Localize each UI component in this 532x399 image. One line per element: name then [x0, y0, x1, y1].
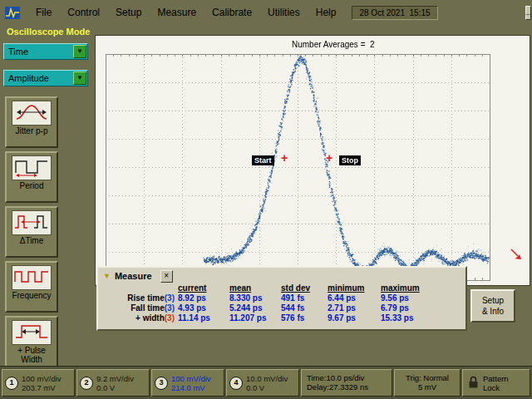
amplitude-dropdown-label: Amplitude [4, 73, 73, 83]
mode-label: Oscilloscope Mode [7, 27, 90, 37]
fall-time-current: 4.93 ps [178, 303, 229, 313]
delta-time-icon [12, 210, 52, 235]
frequency-icon [12, 265, 52, 290]
col-header-current: current [178, 283, 229, 293]
menu-bar: File Control Setup Measure Calibrate Uti… [0, 0, 532, 25]
measure-panel: ▼ Measure × current mean std dev minimum… [96, 266, 467, 331]
waveform-canvas [96, 36, 530, 285]
channel-1-button[interactable]: 1 100 mV/div 203.7 mV [2, 369, 75, 397]
averages-readout: Number Averages = 2 [292, 40, 375, 49]
channel-3-button[interactable]: 3 100 mV/div 214.0 mV [151, 369, 224, 397]
menu-measure[interactable]: Measure [157, 7, 196, 18]
row-label-pulse-width: + width(3) [100, 313, 178, 323]
width-maximum: 15.33 ps [381, 313, 434, 323]
jitter-pp-label: Jitter p-p [7, 126, 57, 135]
minimize-button[interactable]: _ [525, 6, 532, 20]
start-marker-icon[interactable]: + [281, 153, 288, 163]
channel-2-number: 2 [80, 377, 93, 390]
setup-info-button[interactable]: Setup & Info [470, 289, 515, 323]
start-marker-label[interactable]: Start [252, 155, 274, 165]
period-button[interactable]: Period [5, 151, 58, 203]
fall-time-mean: 5.244 ps [229, 303, 281, 313]
channel-4-number: 4 [229, 377, 243, 390]
menu-control[interactable]: Control [67, 7, 100, 18]
datetime-display: 28 Oct 2021 15:15 [352, 6, 437, 20]
channel-tag: (3) [165, 313, 175, 323]
time-dropdown-label: Time [4, 47, 73, 57]
period-label: Period [7, 181, 57, 190]
width-mean: 11.207 ps [229, 313, 281, 323]
period-icon [12, 155, 52, 180]
measure-table: current mean std dev minimum maximum Ris… [98, 283, 466, 324]
rise-time-mean: 8.330 ps [229, 293, 281, 303]
collapse-triangle-icon[interactable]: ▼ [103, 272, 111, 280]
timebase-delay: Delay:27.3329 ns [307, 382, 392, 392]
channel-3-readout: 100 mV/div 214.0 mV [171, 374, 211, 392]
close-icon[interactable]: × [160, 270, 173, 283]
delta-time-label: ΔTime [7, 236, 57, 245]
fall-time-minimum: 2.71 ps [328, 303, 381, 313]
rise-time-minimum: 6.44 ps [328, 293, 381, 303]
rise-time-maximum: 9.56 ps [381, 293, 434, 303]
row-label-rise-time: Rise time(3) [100, 293, 178, 303]
measure-panel-title: Measure [115, 271, 152, 281]
width-minimum: 9.67 ps [328, 313, 381, 323]
channel-tag: (3) [165, 303, 175, 313]
channel-1-readout: 100 mV/div 203.7 mV [22, 374, 62, 392]
pattern-lock-button[interactable]: Pattern Lock [462, 369, 530, 397]
app-icon [5, 7, 20, 19]
setup-info-line2: & Info [472, 306, 514, 317]
fall-time-maximum: 6.79 ps [381, 303, 434, 313]
oscilloscope-screen: File Control Setup Measure Calibrate Uti… [0, 0, 532, 399]
channel-1-number: 1 [5, 377, 18, 390]
chevron-down-icon[interactable]: ▼ [73, 45, 86, 58]
channel-4-readout: 10.0 mV/div 0.0 V [246, 374, 288, 392]
frequency-label: Frequency [7, 291, 57, 300]
chevron-down-icon[interactable]: ▼ [73, 71, 86, 85]
fall-time-stddev: 544 fs [281, 303, 328, 313]
stop-marker-label[interactable]: Stop [339, 155, 361, 165]
col-header-mean: mean [229, 283, 281, 293]
rise-time-current: 8.92 ps [178, 293, 229, 303]
col-header-stddev: std dev [281, 283, 328, 293]
status-bar: 1 100 mV/div 203.7 mV 2 9.2 mV/div 0.0 V… [0, 366, 532, 399]
channel-tag: (3) [165, 293, 175, 303]
col-header-minimum: minimum [328, 283, 381, 293]
channel-2-readout: 9.2 mV/div 0.0 V [96, 374, 134, 392]
delta-time-button[interactable]: ΔTime [5, 206, 58, 258]
amplitude-dropdown[interactable]: Amplitude ▼ [3, 70, 88, 86]
time-dropdown[interactable]: Time ▼ [3, 43, 88, 60]
pulse-width-button[interactable]: + Pulse Width [5, 316, 58, 367]
channel-3-number: 3 [155, 377, 168, 390]
pattern-lock-label: Pattern Lock [483, 374, 509, 392]
jitter-pp-icon [12, 101, 52, 126]
rise-time-stddev: 491 fs [281, 293, 328, 303]
width-current: 11.14 ps [178, 313, 229, 323]
lock-icon [468, 376, 479, 391]
waveform-display: Number Averages = 2 Start + + Stop [95, 35, 530, 286]
channel-4-button[interactable]: 4 10.0 mV/div 0.0 V [226, 369, 299, 397]
setup-info-line1: Setup [472, 295, 514, 306]
channel-2-button[interactable]: 2 9.2 mV/div 0.0 V [76, 369, 150, 397]
timebase-scale: Time:10.0 ps/div [307, 373, 392, 382]
menu-calibrate[interactable]: Calibrate [212, 7, 252, 18]
width-stddev: 576 fs [281, 313, 328, 323]
stop-marker-icon[interactable]: + [326, 153, 332, 163]
trigger-level: 5 mV [395, 382, 460, 392]
timebase-button[interactable]: Time:10.0 ps/div Delay:27.3329 ns [301, 369, 392, 397]
pulse-width-icon [12, 320, 52, 345]
pulse-width-label: + Pulse Width [7, 346, 57, 364]
menu-setup[interactable]: Setup [116, 7, 141, 18]
trigger-mode: Trig: Normal [395, 373, 460, 382]
menu-utilities[interactable]: Utilities [268, 7, 300, 18]
measure-panel-header: ▼ Measure × [98, 268, 466, 283]
row-label-fall-time: Fall time(3) [100, 303, 178, 313]
trigger-button[interactable]: Trig: Normal 5 mV [394, 369, 461, 397]
col-header-maximum: maximum [381, 283, 434, 293]
jitter-pp-button[interactable]: Jitter p-p [5, 96, 58, 148]
menu-help[interactable]: Help [316, 7, 337, 18]
menu-file[interactable]: File [36, 7, 52, 18]
frequency-button[interactable]: Frequency [5, 261, 58, 313]
